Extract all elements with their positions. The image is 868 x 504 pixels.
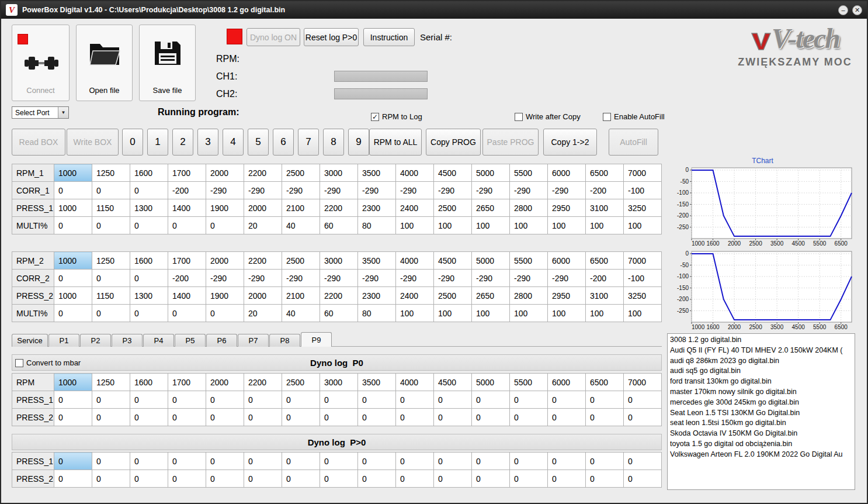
cell-corr_1-3[interactable]: -200: [168, 182, 206, 199]
enable-autofill-checkbox-box[interactable]: [603, 113, 611, 121]
cell-press_2-9[interactable]: 2400: [396, 287, 434, 305]
cell-corr_2-12[interactable]: -290: [510, 270, 548, 287]
cell-multi%-10[interactable]: 100: [434, 305, 472, 322]
cell-rpm_1-3[interactable]: 1700: [168, 164, 206, 182]
cell-corr_2-1[interactable]: 0: [92, 270, 130, 287]
cell-press_1-15[interactable]: 0: [624, 391, 662, 409]
cell-multi%-5[interactable]: 20: [244, 305, 282, 322]
cell-press_1-4[interactable]: 0: [206, 391, 244, 409]
cell-press_1-14[interactable]: 3100: [586, 199, 624, 217]
cell-rpm_2-0[interactable]: 1000: [54, 252, 92, 270]
cell-corr_1-13[interactable]: -290: [548, 182, 586, 199]
write-after-copy-checkbox[interactable]: Write after Copy: [515, 112, 581, 121]
cell-rpm_2-1[interactable]: 1250: [92, 252, 130, 270]
program-button-9[interactable]: 9: [348, 129, 369, 156]
cell-press_1-13[interactable]: 0: [548, 391, 586, 409]
cell-press_1-7[interactable]: 2200: [320, 199, 358, 217]
cell-corr_2-7[interactable]: -290: [320, 270, 358, 287]
cell-multi%-3[interactable]: 0: [168, 305, 206, 322]
cell-rpm-6[interactable]: 2500: [282, 374, 320, 391]
cell-press_2-8[interactable]: 2300: [358, 287, 396, 305]
rpm-to-log-checkbox-box[interactable]: ✓: [371, 113, 379, 121]
connect-button[interactable]: Connect: [12, 25, 70, 101]
cell-press_1-5[interactable]: 2000: [244, 199, 282, 217]
cell-rpm_1-1[interactable]: 1250: [92, 164, 130, 182]
cell-press_2-3[interactable]: 1400: [168, 287, 206, 305]
cell-press_2-15[interactable]: 0: [624, 409, 662, 426]
cell-press_2-13[interactable]: 0: [548, 409, 586, 426]
cell-rpm-7[interactable]: 3000: [320, 374, 358, 391]
cell-press_1-8[interactable]: 0: [358, 391, 396, 409]
cell-rpm-8[interactable]: 3500: [358, 374, 396, 391]
cell-rpm_1-0[interactable]: 1000: [54, 164, 92, 182]
minimize-button[interactable]: –: [838, 5, 848, 15]
cell-rpm_1-15[interactable]: 7000: [624, 164, 662, 182]
cell-rpm_2-6[interactable]: 2500: [282, 252, 320, 270]
cell-press_1-6[interactable]: 0: [282, 391, 320, 409]
cell-press_2-4[interactable]: 1900: [206, 287, 244, 305]
cell-corr_1-4[interactable]: -290: [206, 182, 244, 199]
cell-rpm_2-15[interactable]: 7000: [624, 252, 662, 270]
tab-p4[interactable]: P4: [143, 334, 174, 347]
cell-corr_1-15[interactable]: -100: [624, 182, 662, 199]
cell-press_1-3[interactable]: 0: [168, 391, 206, 409]
cell-rpm_1-2[interactable]: 1600: [130, 164, 168, 182]
file-list-item[interactable]: seat leon 1.5tsi 150km go digital.bin: [670, 418, 852, 429]
cell-multi%-1[interactable]: 0: [92, 217, 130, 234]
cell-multi%-3[interactable]: 0: [168, 217, 206, 234]
cell-multi%-12[interactable]: 100: [510, 305, 548, 322]
cell-press_2-13[interactable]: 2950: [548, 287, 586, 305]
tab-service[interactable]: Service: [12, 334, 48, 347]
tab-p2[interactable]: P2: [80, 334, 111, 347]
cell-rpm_1-12[interactable]: 5500: [510, 164, 548, 182]
cell-multi%-9[interactable]: 100: [396, 217, 434, 234]
enable-autofill-checkbox[interactable]: Enable AutoFill: [603, 112, 665, 121]
cell-press_2-0[interactable]: 0: [54, 409, 92, 426]
cell-press_2-9[interactable]: 0: [396, 409, 434, 426]
cell-corr_1-2[interactable]: 0: [130, 182, 168, 199]
cell-multi%-7[interactable]: 60: [320, 305, 358, 322]
cell-press_2-14[interactable]: 3100: [586, 287, 624, 305]
cell-rpm-11[interactable]: 5000: [472, 374, 510, 391]
cell-corr_2-14[interactable]: -200: [586, 270, 624, 287]
convert-to-mbar-checkbox-box[interactable]: [15, 359, 23, 367]
cell-press_2-1[interactable]: 1150: [92, 287, 130, 305]
cell-corr_1-10[interactable]: -290: [434, 182, 472, 199]
file-list-item[interactable]: master 170km nowy silnik go digital.bin: [670, 387, 852, 398]
cell-press_1-13[interactable]: 2950: [548, 199, 586, 217]
cell-corr_2-8[interactable]: -290: [358, 270, 396, 287]
tab-p8[interactable]: P8: [269, 334, 300, 347]
cell-rpm_1-13[interactable]: 6000: [548, 164, 586, 182]
cell-press_1-11[interactable]: 0: [472, 391, 510, 409]
write-after-copy-checkbox-box[interactable]: [515, 113, 523, 121]
cell-press_2-4[interactable]: 0: [206, 470, 244, 488]
cell-press_2-2[interactable]: 0: [130, 409, 168, 426]
cell-press_2-11[interactable]: 0: [472, 470, 510, 488]
cell-press_2-5[interactable]: 0: [244, 409, 282, 426]
file-list-item[interactable]: mercedes gle 300d 245km go digital.bin: [670, 398, 852, 408]
cell-press_2-8[interactable]: 0: [358, 470, 396, 488]
cell-press_2-7[interactable]: 2200: [320, 287, 358, 305]
cell-multi%-6[interactable]: 40: [282, 305, 320, 322]
cell-corr_2-5[interactable]: -290: [244, 270, 282, 287]
cell-corr_1-5[interactable]: -290: [244, 182, 282, 199]
cell-rpm_1-7[interactable]: 3000: [320, 164, 358, 182]
cell-press_1-8[interactable]: 0: [358, 453, 396, 470]
cell-multi%-9[interactable]: 100: [396, 305, 434, 322]
cell-press_2-8[interactable]: 0: [358, 409, 396, 426]
cell-corr_2-4[interactable]: -290: [206, 270, 244, 287]
cell-press_2-2[interactable]: 1300: [130, 287, 168, 305]
cell-press_1-1[interactable]: 1150: [92, 199, 130, 217]
cell-multi%-2[interactable]: 0: [130, 217, 168, 234]
file-list-item[interactable]: audi q8 286km 2023 go digital.bin: [670, 356, 852, 367]
tab-p1[interactable]: P1: [48, 334, 79, 347]
cell-multi%-10[interactable]: 100: [434, 217, 472, 234]
cell-rpm-5[interactable]: 2200: [244, 374, 282, 391]
cell-press_1-1[interactable]: 0: [92, 391, 130, 409]
rpm-to-all-button[interactable]: RPM to ALL: [369, 129, 422, 156]
cell-multi%-6[interactable]: 40: [282, 217, 320, 234]
cell-rpm_2-2[interactable]: 1600: [130, 252, 168, 270]
cell-multi%-7[interactable]: 60: [320, 217, 358, 234]
file-list-item[interactable]: Skoda Octavia IV 150KM Go Digital.bin: [670, 429, 852, 439]
cell-rpm_2-10[interactable]: 4500: [434, 252, 472, 270]
